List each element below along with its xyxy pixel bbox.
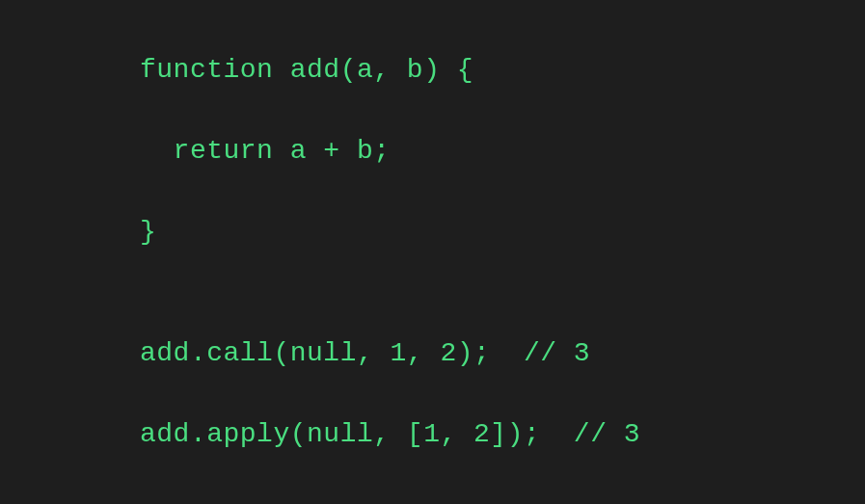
- code-line: function add(a, b) {: [140, 50, 640, 91]
- code-snippet: function add(a, b) { return a + b; } add…: [140, 10, 640, 495]
- code-line: add.apply(null, [1, 2]); // 3: [140, 414, 640, 455]
- code-line: return a + b;: [140, 131, 640, 172]
- code-line: add.call(null, 1, 2); // 3: [140, 333, 640, 374]
- code-line: }: [140, 212, 640, 252]
